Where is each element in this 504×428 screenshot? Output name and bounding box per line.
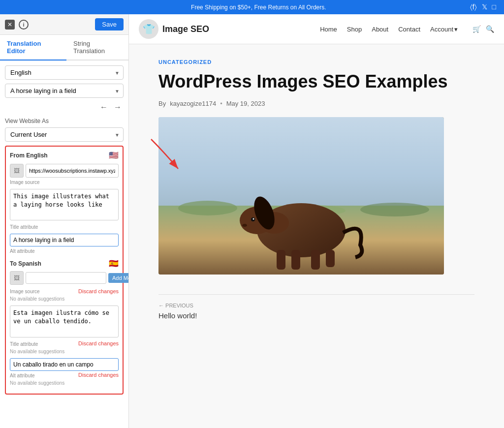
logo-circle: 👕 [139,19,158,39]
panel-tabs: Translation Editor String Translation [0,35,128,61]
english-flag-icon: 🇺🇸 [109,151,119,160]
spanish-flag-icon: 🇪🇸 [109,259,119,268]
right-panel: 👕 Image SEO Home Shop About Contact Acco… [129,14,504,428]
article-date: May 19, 2023 [226,100,265,107]
svg-rect-1 [158,117,444,215]
to-title-attr-label: Title attribute [10,341,38,347]
site-name: Image SEO [162,24,209,34]
view-website-label: View Website As [5,118,124,124]
from-alt-attr-input[interactable] [10,234,119,246]
top-bar: Free Shipping on $50+, Free Returns on A… [0,0,504,14]
content-select-wrapper: A horse laying in a field ▼ [5,84,124,98]
nav-arrows: ← → [5,102,124,113]
prev-arrow-button[interactable]: ← [98,102,110,113]
svg-point-5 [360,203,429,216]
from-image-url-input[interactable] [26,164,119,178]
to-image-thumb: 🖼 [10,271,24,285]
to-title-attr-field: Esta imagen ilustra cómo se ve un caball… [10,306,119,354]
to-image-suggestion: No available suggestions [10,296,119,302]
from-image-source-label: Image source [10,180,119,185]
to-section-title: To Spanish [10,260,41,267]
previous-section: ← PREVIOUS Hello world! [158,294,474,320]
nav-about[interactable]: About [372,26,388,33]
from-alt-attr-label: Alt attribute [10,248,119,254]
from-image-thumb: 🖼 [10,164,24,178]
article-by: By [158,100,166,107]
translation-section: From English 🇺🇸 🖼 Image source This imag… [5,146,124,395]
to-alt-attr-field: Alt attribute Discard changes No availab… [10,358,119,386]
panel-content: English Spanish ▼ A horse laying in a fi… [0,61,128,428]
prev-title: Hello world! [158,311,474,320]
language-select[interactable]: English Spanish [5,65,124,80]
svg-point-16 [242,224,247,227]
to-alt-suggestion: No available suggestions [10,380,119,386]
account-chevron-icon: ▾ [454,26,458,33]
article-meta-dot: • [220,100,222,107]
add-media-button[interactable]: Add Media [108,273,128,283]
content-select[interactable]: A horse laying in a field [5,84,124,98]
facebook-icon[interactable]: 〈f〉 [470,3,477,11]
discard-image-link[interactable]: Discard changes [78,288,119,294]
social-icons: 〈f〉 𝕏 □ [470,3,496,11]
tab-translation-editor[interactable]: Translation Editor [0,35,66,61]
svg-rect-10 [277,250,285,270]
search-icon[interactable]: 🔍 [486,25,494,33]
save-button[interactable]: Save [95,18,124,31]
next-arrow-button[interactable]: → [112,102,124,113]
language-select-wrapper: English Spanish ▼ [5,65,124,80]
site-logo: 👕 Image SEO [139,19,209,39]
svg-point-15 [253,218,254,220]
to-title-suggestion: No available suggestions [10,349,119,354]
to-image-source-field: 🖼 Add Media Image source Discard changes… [10,271,119,302]
article-title: WordPress Images SEO Examples [158,71,474,92]
cart-icon[interactable]: 🛒 [472,25,481,33]
article-category: UNCATEGORIZED [158,59,474,65]
from-title-attr-label: Title attribute [10,224,119,230]
to-section-header: To Spanish 🇪🇸 [10,259,119,268]
panel-header: ✕ i Save [0,14,128,35]
from-section-title: From English [10,152,48,159]
arrow-annotation [149,137,183,176]
article-meta: By kayazogize1174 • May 19, 2023 [158,100,474,107]
from-title-attr-field: This image illustrates what a laying hor… [10,189,119,230]
account-label: Account [430,26,453,33]
from-alt-attr-field: Alt attribute [10,234,119,254]
twitter-icon[interactable]: 𝕏 [482,3,487,11]
svg-rect-12 [311,250,320,270]
svg-point-3 [178,201,237,215]
logo-icon: 👕 [143,23,155,35]
from-title-attr-input[interactable]: This image illustrates what a laying hor… [10,189,119,220]
view-as-select[interactable]: Current User Anonymous User [5,127,124,142]
from-section-header: From English 🇺🇸 [10,151,119,160]
site-nav: 👕 Image SEO Home Shop About Contact Acco… [129,14,504,44]
svg-rect-13 [326,250,335,267]
article-content: UNCATEGORIZED WordPress Images SEO Examp… [129,44,504,335]
article-author: kayazogize1174 [170,100,216,107]
article-image [158,117,444,275]
left-panel: ✕ i Save Translation Editor String Trans… [0,14,129,428]
tab-string-translation[interactable]: String Translation [66,35,128,61]
nav-extra-icons: 🛒 🔍 [472,25,494,33]
prev-label: ← PREVIOUS [158,303,474,308]
top-bar-message: Free Shipping on $50+, Free Returns on A… [47,4,470,11]
to-image-url-input[interactable] [26,272,106,284]
nav-account[interactable]: Account ▾ [430,26,458,33]
to-title-attr-input[interactable]: Esta imagen ilustra cómo se ve un caball… [10,306,119,337]
view-as-select-wrapper: Current User Anonymous User ▼ [5,127,124,142]
discard-title-link[interactable]: Discard changes [78,340,119,346]
nav-shop[interactable]: Shop [347,26,362,33]
info-button[interactable]: i [19,20,29,30]
nav-home[interactable]: Home [320,26,337,33]
article-image-container: ✏️ [158,117,444,275]
to-image-source-label: Image source [10,289,40,294]
discard-alt-link[interactable]: Discard changes [78,372,119,378]
close-button[interactable]: ✕ [5,20,15,30]
to-alt-attr-label: Alt attribute [10,373,35,378]
nav-contact[interactable]: Contact [398,26,420,33]
to-alt-attr-input[interactable] [10,358,119,371]
nav-links: Home Shop About Contact Account ▾ 🛒 🔍 [320,25,494,33]
from-image-source-field: 🖼 Image source [10,164,119,185]
horse-svg [158,117,444,275]
instagram-icon[interactable]: □ [492,3,496,11]
svg-rect-11 [291,250,300,270]
